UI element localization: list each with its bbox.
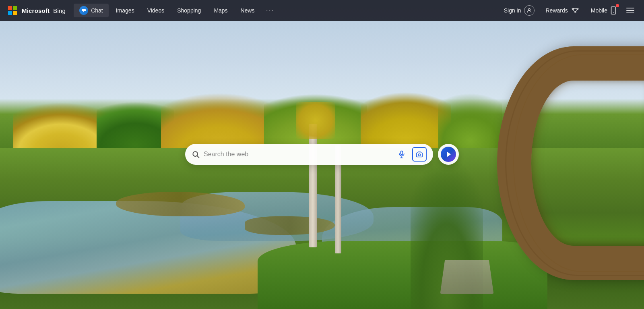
svg-point-0 (528, 8, 530, 10)
product-text: Bing (53, 7, 66, 14)
hamburger-line-2 (626, 10, 634, 11)
mobile-badge (616, 4, 619, 7)
trophy-icon (571, 6, 580, 15)
rewards-button[interactable]: Rewards (541, 4, 584, 17)
images-label: Images (116, 7, 134, 14)
maps-label: Maps (214, 7, 227, 14)
walkway (440, 260, 494, 294)
svg-point-2 (613, 12, 614, 13)
nav-videos[interactable]: Videos (142, 5, 170, 16)
nav-links: Chat Images Videos Shopping Maps News ··… (74, 4, 499, 17)
play-triangle-icon (447, 151, 451, 157)
mic-button[interactable] (395, 147, 408, 160)
search-container (185, 143, 459, 164)
wooden-c-structure (489, 46, 644, 296)
shopping-label: Shopping (177, 7, 201, 14)
svg-rect-5 (401, 151, 403, 154)
search-input[interactable] (204, 150, 391, 158)
svg-rect-1 (611, 7, 616, 14)
birch-trunk-1 (309, 124, 317, 247)
visual-search-button[interactable] (412, 147, 427, 161)
hamburger-line-1 (626, 8, 634, 8)
hamburger-line-3 (626, 12, 634, 13)
sign-in-button[interactable]: Sign in (499, 3, 539, 18)
nav-right: Sign in Rewards Mobile (499, 3, 638, 18)
search-icon (192, 150, 200, 158)
logo-blue (8, 11, 12, 15)
svg-point-8 (418, 153, 420, 156)
nav-shopping[interactable]: Shopping (171, 5, 206, 16)
bing-chat-icon (441, 146, 456, 162)
mobile-icon-wrap (610, 6, 617, 15)
hamburger-menu[interactable] (623, 4, 638, 17)
sign-in-label: Sign in (504, 7, 521, 14)
svg-rect-9 (419, 152, 420, 153)
person-icon (524, 5, 535, 16)
search-icon-wrap (192, 150, 200, 158)
camera-icon (416, 151, 423, 157)
mobile-label: Mobile (591, 7, 607, 14)
nav-images[interactable]: Images (110, 5, 140, 16)
bing-chat-button[interactable] (438, 143, 459, 164)
chat-bubble-icon (79, 6, 88, 15)
nav-more[interactable]: ··· (262, 4, 279, 17)
chat-label: Chat (91, 7, 103, 14)
microsoft-logo (8, 6, 17, 15)
videos-label: Videos (147, 7, 165, 14)
mobile-icon (610, 6, 617, 15)
logo-yellow (13, 11, 17, 15)
brand-link[interactable]: Microsoft Bing (8, 6, 66, 15)
nav-chat[interactable]: Chat (74, 4, 109, 17)
news-label: News (241, 7, 255, 14)
logo-red (8, 6, 12, 10)
brand-text: Microsoft (22, 7, 50, 14)
nav-news[interactable]: News (235, 5, 260, 16)
rewards-label: Rewards (546, 7, 568, 14)
birch-foliage-1 (296, 102, 335, 139)
search-bar (185, 143, 433, 164)
navbar: Microsoft Bing Chat Images Videos Shoppi… (0, 0, 644, 21)
mobile-button[interactable]: Mobile (586, 4, 621, 17)
logo-green (13, 6, 17, 10)
svg-line-4 (197, 156, 199, 158)
nav-maps[interactable]: Maps (208, 5, 233, 16)
mic-icon (398, 150, 406, 158)
